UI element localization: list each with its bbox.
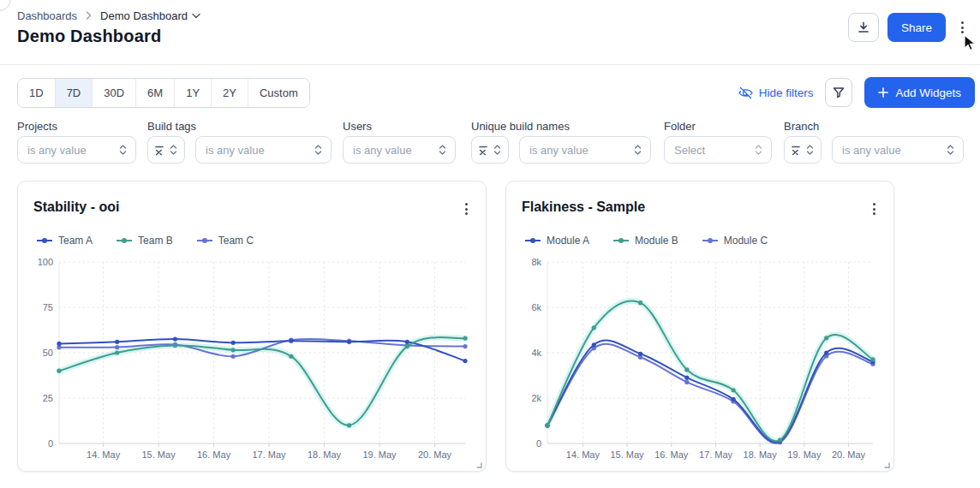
add-widgets-label: Add Widgets <box>895 86 961 99</box>
svg-text:0: 0 <box>48 438 53 449</box>
legend-item[interactable]: Module A <box>525 235 589 247</box>
unique-build-names-operator-select[interactable] <box>471 136 509 164</box>
svg-text:8k: 8k <box>531 257 541 267</box>
breadcrumb-dashboards-link[interactable]: Dashboards <box>17 9 77 22</box>
filter-label-projects: Projects <box>17 120 57 133</box>
filter-label-folder: Folder <box>664 120 696 133</box>
range-30d-button[interactable]: 30D <box>92 79 135 107</box>
resize-handle-icon[interactable] <box>475 461 482 468</box>
line-chart-stability: 025507510014. May15. May16. May17. May18… <box>28 255 477 474</box>
add-widgets-button[interactable]: Add Widgets <box>864 77 975 108</box>
filter-button[interactable] <box>825 78 852 107</box>
svg-text:15. May: 15. May <box>610 449 644 460</box>
select-chevrons-icon <box>118 143 128 157</box>
filter-label-unique-build-names: Unique build names <box>471 120 570 133</box>
chart-legend: Team ATeam BTeam C <box>37 235 254 247</box>
svg-text:20. May: 20. May <box>832 449 866 460</box>
widget-title: Flakiness - Sample <box>522 199 645 215</box>
plus-icon <box>878 87 888 98</box>
legend-item[interactable]: Team B <box>117 235 173 247</box>
widget-kebab-menu[interactable] <box>458 199 474 219</box>
legend-item[interactable]: Team A <box>37 235 93 247</box>
svg-text:16. May: 16. May <box>654 449 689 460</box>
svg-text:0: 0 <box>536 438 541 449</box>
svg-text:6k: 6k <box>531 302 541 312</box>
range-custom-button[interactable]: Custom <box>248 79 309 107</box>
projects-select[interactable]: is any value <box>17 136 136 164</box>
chart-legend: Module AModule BModule C <box>525 235 768 247</box>
range-6m-button[interactable]: 6M <box>135 79 174 107</box>
svg-text:2k: 2k <box>531 393 541 403</box>
svg-text:15. May: 15. May <box>142 449 176 460</box>
svg-text:14. May: 14. May <box>87 449 121 460</box>
select-chevrons-icon <box>493 143 502 157</box>
svg-text:17. May: 17. May <box>699 449 733 460</box>
svg-text:100: 100 <box>38 257 53 267</box>
chevron-right-icon <box>86 9 92 22</box>
legend-marker-icon <box>525 237 541 244</box>
branch-placeholder: is any value <box>842 144 901 157</box>
legend-marker-icon <box>117 237 132 244</box>
resize-handle-icon[interactable] <box>882 461 890 468</box>
matches-operator-icon <box>791 144 802 156</box>
dashboard-page: Dashboards Demo Dashboard Demo Dashboard… <box>0 0 980 488</box>
unique-build-names-placeholder: is any value <box>529 144 589 157</box>
hide-filters-toggle[interactable]: Hide filters <box>738 86 814 99</box>
header-kebab-menu[interactable] <box>954 17 970 38</box>
breadcrumb-current[interactable]: Demo Dashboard <box>100 9 200 22</box>
build-tags-operator-select[interactable] <box>147 136 185 164</box>
breadcrumb: Dashboards Demo Dashboard <box>17 9 200 22</box>
legend-label: Team C <box>218 235 254 247</box>
svg-text:50: 50 <box>43 348 53 358</box>
eye-off-icon <box>738 86 753 99</box>
widget-kebab-menu[interactable] <box>866 199 881 219</box>
svg-text:19. May: 19. May <box>787 449 822 460</box>
legend-label: Team A <box>58 235 93 247</box>
range-1d-button[interactable]: 1D <box>18 79 55 107</box>
users-placeholder: is any value <box>353 144 412 157</box>
filter-label-users: Users <box>343 120 372 133</box>
filters-row: Projects is any value Build tags is any … <box>0 120 980 167</box>
breadcrumb-current-label: Demo Dashboard <box>100 9 188 22</box>
folder-select[interactable]: Select <box>664 136 772 164</box>
chart-canvas: 02k4k6k8k14. May15. May16. May17. May18.… <box>517 255 885 471</box>
range-2y-button[interactable]: 2Y <box>211 79 248 107</box>
line-chart-flakiness: 02k4k6k8k14. May15. May16. May17. May18.… <box>517 255 885 474</box>
widget-title: Stability - ooi <box>33 199 119 215</box>
legend-label: Module A <box>547 235 589 247</box>
branch-select[interactable]: is any value <box>832 136 964 164</box>
toolbar-actions: Hide filters Add Widgets <box>738 77 975 108</box>
legend-item[interactable]: Team C <box>197 235 254 247</box>
range-7d-button[interactable]: 7D <box>55 79 93 107</box>
funnel-icon <box>832 86 846 99</box>
svg-text:19. May: 19. May <box>362 449 397 460</box>
matches-operator-icon <box>154 144 165 156</box>
legend-marker-icon <box>197 237 212 244</box>
svg-text:4k: 4k <box>531 348 541 358</box>
unique-build-names-select[interactable]: is any value <box>519 136 651 164</box>
folder-placeholder: Select <box>674 144 705 157</box>
branch-operator-select[interactable] <box>784 136 822 164</box>
filter-label-build-tags: Build tags <box>147 120 196 133</box>
download-icon <box>857 21 870 34</box>
widget-card-stability: Stability - ooi Team ATeam BTeam C 02550… <box>17 181 487 472</box>
build-tags-select[interactable]: is any value <box>195 136 332 164</box>
svg-text:18. May: 18. May <box>308 449 342 460</box>
share-button[interactable]: Share <box>887 13 946 42</box>
legend-label: Module C <box>724 235 768 247</box>
svg-text:20. May: 20. May <box>418 449 452 460</box>
legend-item[interactable]: Module C <box>702 235 768 247</box>
svg-text:75: 75 <box>43 302 53 312</box>
svg-text:14. May: 14. May <box>566 449 601 460</box>
build-tags-placeholder: is any value <box>206 144 265 157</box>
download-button[interactable] <box>848 13 879 42</box>
legend-marker-icon <box>702 237 718 244</box>
range-1y-button[interactable]: 1Y <box>174 79 211 107</box>
svg-text:17. May: 17. May <box>252 449 286 460</box>
hide-filters-label: Hide filters <box>759 86 814 99</box>
users-select[interactable]: is any value <box>343 136 456 164</box>
select-chevrons-icon <box>314 143 323 157</box>
select-chevrons-icon <box>754 143 763 157</box>
legend-marker-icon <box>37 237 52 244</box>
legend-item[interactable]: Module B <box>613 235 678 247</box>
